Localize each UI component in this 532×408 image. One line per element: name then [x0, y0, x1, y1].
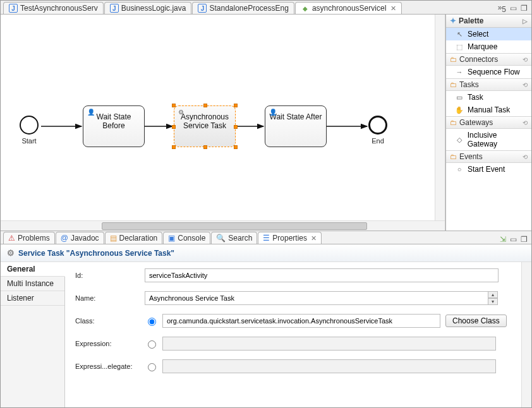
palette: ✦ Palette ▷ ↖ Select ⬚ Marquee 🗀 Connect…	[445, 15, 531, 231]
cursor-icon: ↖	[455, 30, 464, 39]
palette-group-gateways[interactable]: 🗀 Gateways ⟲	[446, 116, 531, 129]
pin-icon[interactable]: ⟲	[523, 119, 528, 126]
palette-group-events[interactable]: 🗀 Events ⟲	[446, 150, 531, 163]
editor-tab-standalone[interactable]: J StandaloneProcessEng	[192, 2, 294, 14]
name-spinner[interactable]: ▴▾	[488, 291, 498, 305]
task-wait-before[interactable]: 👤 Wait State Before	[83, 105, 145, 147]
views-tab-strip: ⚠Problems @Javadoc ▤Declaration ▣Console…	[1, 231, 531, 244]
close-icon[interactable]: ✕	[311, 234, 317, 243]
view-tab-declaration[interactable]: ▤Declaration	[105, 232, 163, 244]
canvas-scrollbar-vertical[interactable]	[435, 15, 445, 220]
editor-tab-strip: J TestAsynchronousServ J BusinessLogic.j…	[1, 1, 531, 15]
editor-tab-label: asynchronousServiceI	[312, 4, 387, 13]
editor-tab-async-service[interactable]: ◆ asynchronousServiceI ✕	[295, 2, 402, 14]
palette-item-label: Start Event	[468, 165, 505, 174]
task-wait-after[interactable]: 👤 Wait State After	[265, 105, 327, 147]
palette-group-connectors[interactable]: 🗀 Connectors ⟲	[446, 53, 531, 66]
end-event-icon	[368, 116, 387, 135]
folder-icon: 🗀	[450, 119, 457, 126]
palette-item-label: Select	[468, 30, 488, 39]
view-menu-icon[interactable]: ⇲	[500, 235, 506, 244]
minimize-icon[interactable]: ▭	[510, 235, 517, 244]
start-event-icon	[20, 116, 39, 135]
editor-tab-label: StandaloneProcessEng	[209, 4, 288, 13]
start-event-node[interactable]: Start	[20, 116, 39, 145]
view-tab-search[interactable]: 🔍Search	[211, 232, 257, 244]
chevron-down-icon[interactable]: ▾	[488, 298, 498, 305]
java-file-icon: J	[110, 4, 119, 13]
label-name: Name:	[75, 294, 145, 302]
name-field[interactable]	[145, 291, 488, 305]
minimize-icon[interactable]: ▭	[510, 4, 517, 13]
chevron-right-icon[interactable]: ▷	[523, 18, 528, 25]
palette-group-label: Events	[459, 152, 483, 161]
radio-class[interactable]	[148, 318, 156, 326]
editor-tab-label: BusinessLogic.java	[121, 4, 186, 13]
palette-task[interactable]: ▭ Task	[446, 91, 531, 104]
task-async-service[interactable]: ⚙ Asynchronous Service Task	[174, 105, 236, 147]
editor-tab-test[interactable]: J TestAsynchronousServ	[3, 2, 104, 14]
palette-group-label: Gateways	[459, 118, 493, 127]
properties-panel: ⚙ Service Task "Asynchronous Service Tas…	[1, 244, 531, 407]
declaration-icon: ▤	[110, 234, 117, 243]
expression-field[interactable]	[162, 337, 496, 351]
palette-group-tasks[interactable]: 🗀 Tasks ⟲	[446, 78, 531, 91]
palette-sequence-flow[interactable]: → Sequence Flow	[446, 66, 531, 78]
properties-icon: ☰	[263, 234, 270, 243]
label-class: Class:	[75, 317, 145, 325]
view-tab-problems[interactable]: ⚠Problems	[3, 232, 55, 244]
radio-expression[interactable]	[148, 340, 156, 349]
editor-tab-business[interactable]: J BusinessLogic.java	[104, 2, 192, 14]
end-event-node[interactable]: End	[368, 116, 387, 145]
palette-start-event[interactable]: ○ Start Event	[446, 163, 531, 176]
palette-item-label: Inclusive Gateway	[468, 131, 528, 148]
diamond-icon: ◇	[455, 136, 464, 144]
pin-icon[interactable]: ⟲	[523, 153, 528, 160]
view-tab-console[interactable]: ▣Console	[163, 232, 210, 244]
side-tab-general[interactable]: General	[1, 262, 65, 277]
properties-scrollbar[interactable]	[521, 262, 531, 407]
class-field[interactable]	[162, 314, 440, 328]
gear-icon: ⚙	[178, 109, 184, 116]
pin-icon[interactable]: ⟲	[523, 56, 528, 63]
expression-delegate-field[interactable]	[162, 359, 496, 373]
search-icon: 🔍	[216, 234, 226, 243]
tab-overflow[interactable]: »5	[498, 3, 506, 14]
palette-title: Palette	[459, 16, 483, 25]
folder-icon: 🗀	[450, 81, 457, 88]
view-tab-properties[interactable]: ☰Properties✕	[258, 232, 322, 244]
palette-marquee-tool[interactable]: ⬚ Marquee	[446, 40, 531, 53]
java-file-icon: J	[198, 4, 207, 13]
canvas-scrollbar-horizontal[interactable]	[1, 220, 445, 231]
folder-icon: 🗀	[450, 153, 457, 160]
palette-select-tool[interactable]: ↖ Select	[446, 28, 531, 40]
bpmn-file-icon: ◆	[301, 4, 310, 13]
palette-group-label: Connectors	[459, 55, 498, 64]
label-expression: Expression:	[75, 340, 145, 347]
palette-item-label: Manual Task	[468, 105, 510, 114]
palette-item-label: Marquee	[468, 42, 497, 51]
palette-header[interactable]: ✦ Palette ▷	[446, 15, 531, 28]
radio-expression-delegate[interactable]	[148, 363, 156, 371]
id-field[interactable]	[145, 268, 499, 282]
palette-manual-task[interactable]: ✋ Manual Task	[446, 104, 531, 116]
side-tab-listener[interactable]: Listener	[1, 291, 64, 306]
label-expression-delegate: Expressi...elegate:	[75, 363, 145, 370]
user-task-icon: 👤	[269, 109, 277, 116]
folder-icon: 🗀	[450, 56, 457, 63]
chevron-up-icon[interactable]: ▴	[488, 291, 498, 298]
maximize-icon[interactable]: ❐	[521, 4, 528, 13]
side-tab-multi-instance[interactable]: Multi Instance	[1, 277, 64, 291]
circle-icon: ○	[455, 165, 464, 173]
scrollbar-thumb[interactable]	[102, 222, 367, 230]
palette-inclusive-gateway[interactable]: ◇ Inclusive Gateway	[446, 129, 531, 150]
diagram-canvas[interactable]: Start 👤 Wait State Before ⚙ Asynchronous…	[1, 15, 435, 220]
maximize-icon[interactable]: ❐	[521, 235, 528, 244]
view-tab-javadoc[interactable]: @Javadoc	[56, 232, 104, 244]
properties-title: Service Task "Asynchronous Service Task"	[18, 249, 174, 258]
palette-icon: ✦	[450, 16, 456, 25]
task-label: Wait State Before	[97, 112, 131, 130]
choose-class-button[interactable]: Choose Class	[445, 315, 507, 327]
close-icon[interactable]: ✕	[390, 4, 396, 13]
pin-icon[interactable]: ⟲	[523, 81, 528, 88]
